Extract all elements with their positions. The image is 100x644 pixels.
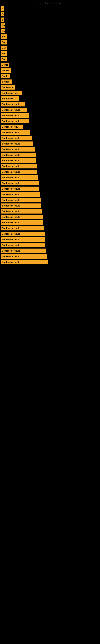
bar-label-43: Bottleneck result	[1, 243, 46, 247]
bar-label-45: Bottleneck result	[1, 254, 47, 258]
bar-row: Bo	[0, 17, 100, 22]
bar-label-42: Bottleneck result	[1, 237, 45, 242]
bar-label-41: Bottleneck result	[1, 232, 45, 236]
bar-label-3: Bo	[1, 18, 4, 22]
bar-row: Bott	[0, 45, 100, 51]
bar-label-13: Bottle	[1, 74, 10, 78]
bar-label-26: Bottleneck result	[1, 147, 35, 152]
bar-label-17: Bottleneck r	[1, 96, 19, 101]
bar-row: Bott	[0, 34, 100, 40]
bar-row: Bott	[0, 51, 100, 56]
bar-row: Bottleneck result	[0, 203, 100, 208]
bar-row: Bottleneck result	[0, 237, 100, 242]
bar-row: Bot	[0, 22, 100, 28]
bar-row: Bottleneck result	[0, 164, 100, 169]
bar-label-14: Bottlen	[1, 80, 12, 84]
bar-row: Bottlen	[0, 68, 100, 73]
bar-label-21: Bottleneck result	[1, 119, 29, 123]
bar-row: Bot	[0, 28, 100, 34]
bar-row: Bottleneck resu	[0, 124, 100, 130]
bar-row: Bottleneck result	[0, 175, 100, 180]
bar-label-4: Bot	[1, 23, 5, 28]
bar-label-33: Bottleneck result	[1, 186, 39, 191]
bar-label-44: Bottleneck result	[1, 248, 46, 253]
bar-row: Bottleneck result	[0, 259, 100, 265]
bar-row: Bottle	[0, 62, 100, 68]
bar-row: Bottleneck result	[0, 254, 100, 259]
bar-row: Bottleneck result	[0, 214, 100, 220]
bar-label-9: Bott	[1, 51, 7, 56]
bar-row: Bo	[0, 11, 100, 17]
bar-label-2: Bo	[1, 12, 4, 16]
bar-label-6: Bott	[1, 34, 7, 39]
bar-label-36: Bottleneck result	[1, 204, 41, 208]
bar-label-35: Bottleneck result	[1, 198, 41, 202]
bar-label-34: Bottleneck result	[1, 192, 40, 196]
bar-label-18: Bottleneck result	[1, 102, 25, 106]
bar-label-19: Bottleneck result	[1, 108, 27, 112]
bar-row: Bottleneck result	[0, 158, 100, 164]
bar-row: Bottleneck result	[0, 186, 100, 192]
bar-label-29: Bottleneck result	[1, 164, 37, 168]
bar-row: Bottleneck result	[0, 208, 100, 214]
bar-label-39: Bottleneck result	[1, 220, 43, 225]
bar-row: B	[0, 6, 100, 11]
bar-row: Bottleneck result	[0, 231, 100, 237]
bar-row: Bott	[0, 56, 100, 62]
bar-label-40: Bottleneck result	[1, 226, 44, 230]
bar-label-1: B	[1, 6, 4, 11]
bar-row: Bottleneck result	[0, 141, 100, 146]
bar-row: Bottleneck resu	[0, 90, 100, 96]
bar-label-16: Bottleneck resu	[1, 91, 22, 95]
bar-label-20: Bottleneck result	[1, 113, 29, 118]
bar-label-10: Bott	[1, 57, 7, 62]
bar-row: Bottleneck result	[0, 180, 100, 186]
bar-label-27: Bottleneck result	[1, 153, 36, 157]
bar-row: Bottleneck result	[0, 226, 100, 231]
bar-label-11: Bottle	[1, 62, 9, 67]
bar-label-22: Bottleneck resu	[1, 124, 23, 129]
bar-row: Bottleneck result	[0, 102, 100, 107]
bar-row: Bottleneck result	[0, 242, 100, 248]
bar-label-46: Bottleneck result	[1, 260, 48, 264]
bar-label-28: Bottleneck result	[1, 158, 36, 163]
bar-label-24: Bottleneck result	[1, 136, 32, 140]
bar-row: Bottleneck r	[0, 96, 100, 102]
bar-label-7: Bott	[1, 40, 7, 44]
bar-row: Bottleneck result	[0, 118, 100, 124]
bars-container: BBoBoBotBotBottBottBottBottBottBottleBot…	[0, 6, 100, 265]
bar-label-8: Bott	[1, 46, 7, 50]
bar-row: Bottleneck result	[0, 248, 100, 254]
bar-row: Bottleneck result	[0, 107, 100, 113]
bar-row: Bottleneck result	[0, 146, 100, 152]
site-title: TheBottlenecker.com	[0, 0, 100, 6]
bar-row: Bottlen	[0, 79, 100, 84]
bar-row: Bottleneck result	[0, 169, 100, 175]
bar-row: Bottleneck result	[0, 113, 100, 118]
bar-label-5: Bot	[1, 29, 5, 33]
bar-row: Bottleneck	[0, 84, 100, 90]
bar-row: Bottleneck result	[0, 197, 100, 203]
bar-label-12: Bottlen	[1, 68, 11, 73]
bar-label-31: Bottleneck result	[1, 175, 38, 180]
bar-row: Bott	[0, 40, 100, 45]
bar-row: Bottleneck result	[0, 130, 100, 135]
bar-row: Bottleneck result	[0, 135, 100, 141]
bar-row: Bottleneck result	[0, 220, 100, 226]
bar-label-30: Bottleneck result	[1, 170, 37, 174]
bar-row: Bottle	[0, 73, 100, 79]
bar-label-15: Bottleneck	[1, 85, 15, 90]
bar-label-37: Bottleneck result	[1, 209, 42, 214]
bar-row: Bottleneck result	[0, 192, 100, 197]
bar-label-25: Bottleneck result	[1, 142, 33, 146]
bar-row: Bottleneck result	[0, 152, 100, 158]
bar-label-23: Bottleneck result	[1, 130, 30, 135]
bar-label-38: Bottleneck result	[1, 215, 43, 219]
bar-label-32: Bottleneck result	[1, 181, 39, 185]
